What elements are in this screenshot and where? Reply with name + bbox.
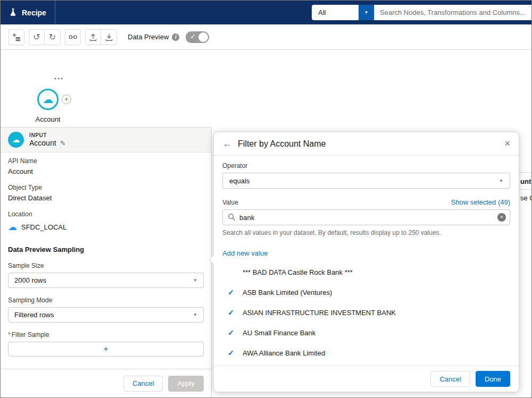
operator-select[interactable]: equals ▼	[222, 173, 510, 189]
modal-body: Operator equals ▼ Value Show selected (4…	[214, 156, 519, 366]
clear-search-icon[interactable]: ×	[497, 213, 506, 222]
chevron-down-icon: ▼	[499, 179, 503, 183]
chevron-down-icon: ▼	[193, 312, 197, 317]
location-field: Location ☁ SFDC_LOCAL	[8, 210, 204, 233]
search-input[interactable]	[374, 5, 531, 20]
data-preview-label: Data Preview	[128, 33, 169, 41]
app-title: Recipe	[22, 9, 46, 17]
sampling-heading: Data Preview Sampling	[8, 245, 204, 253]
chevron-down-icon: ▼	[193, 278, 197, 283]
modal-header: ← Filter by Account Name ×	[214, 132, 519, 156]
recipe-flask-icon	[9, 8, 17, 17]
value-row[interactable]: ✓ AU Small Finance Bank	[222, 323, 510, 343]
required-marker: *	[8, 331, 11, 338]
redo-button[interactable]: ↻	[45, 29, 61, 45]
object-type-label: Object Type	[8, 184, 204, 191]
undo-button[interactable]: ↺	[29, 29, 45, 45]
edit-pencil-icon[interactable]: ✎	[60, 139, 66, 147]
add-node-group	[9, 29, 24, 45]
node-label: Account	[21, 115, 74, 123]
panel-type-label: INPUT	[29, 132, 66, 138]
add-new-value-link[interactable]: Add new value	[222, 249, 268, 257]
sampling-mode-value: Filtered rows	[14, 311, 54, 319]
add-filter-button[interactable]: +	[8, 342, 204, 357]
value-label: Value	[222, 199, 238, 206]
back-icon[interactable]: ←	[222, 138, 232, 149]
operator-value: equals	[229, 177, 250, 185]
node-menu-trigger[interactable]: ...	[54, 72, 64, 81]
value-row-label: *** BAD DATA Castle Rock Bank ***	[243, 268, 353, 276]
api-name-label: API Name	[8, 157, 204, 165]
modal-title: Filter by Account Name	[238, 139, 326, 149]
panel-cancel-button[interactable]: Cancel	[123, 376, 163, 392]
object-type-value: Direct Dataset	[8, 194, 204, 202]
data-preview-toggle[interactable]: ✓	[186, 31, 209, 43]
value-row[interactable]: ✓ *** BAD DATA Castle Rock Bank ***	[222, 262, 510, 282]
import-export-group	[85, 29, 117, 45]
table-gridline	[519, 172, 531, 173]
filter-sample-label-row: *Filter Sample	[8, 331, 204, 338]
dataset-cloud-icon: ☁	[8, 222, 17, 233]
input-node-panel: ☁ INPUT Account ✎ API Name Account Objec…	[1, 127, 212, 397]
toggle-check-icon: ✓	[190, 32, 196, 40]
chevron-down-icon[interactable]: ▼	[359, 5, 374, 20]
table-gridline	[519, 189, 531, 190]
search-helper-text: Search all values in your dataset. By de…	[222, 229, 510, 236]
value-search: ×	[222, 209, 510, 225]
operator-label: Operator	[222, 162, 510, 170]
location-label: Location	[8, 210, 204, 218]
location-value: SFDC_LOCAL	[21, 223, 66, 231]
sampling-mode-label: Sampling Mode	[8, 297, 204, 304]
sample-size-select[interactable]: 2000 rows ▼	[8, 273, 204, 288]
value-row[interactable]: ✓ ASB Bank Limited (Ventures)	[222, 282, 510, 302]
sample-size-label: Sample Size	[8, 262, 204, 269]
search-scope-value: All	[312, 9, 359, 16]
sample-size-value: 2000 rows	[14, 276, 46, 284]
value-row[interactable]: ✓ AWA Alliance Bank Limited	[222, 343, 510, 363]
filter-sample-label: Filter Sample	[12, 331, 49, 338]
value-list: ✓ *** BAD DATA Castle Rock Bank *** ✓ AS…	[222, 262, 510, 363]
input-node-account[interactable]: ☁	[37, 89, 59, 110]
panel-apply-button[interactable]: Apply	[168, 376, 204, 392]
close-icon[interactable]: ×	[504, 138, 510, 149]
modal-done-button[interactable]: Done	[476, 371, 510, 387]
show-selected-link[interactable]: Show selected (49)	[451, 198, 510, 206]
cloud-icon: ☁	[43, 93, 53, 106]
info-icon[interactable]: i	[172, 33, 179, 41]
modal-cancel-button[interactable]: Cancel	[430, 371, 470, 387]
check-icon: ✓	[227, 328, 235, 337]
value-row-label: ASB Bank Limited (Ventures)	[243, 289, 332, 297]
value-row-label: AWA Alliance Bank Limited	[243, 349, 325, 357]
upload-button[interactable]	[85, 29, 101, 45]
download-button[interactable]	[101, 29, 117, 45]
table-cell-fragment: se Cu	[520, 194, 532, 202]
input-cloud-icon: ☁	[8, 132, 24, 148]
check-icon: ✓	[227, 349, 235, 357]
panel-title: Account	[29, 139, 56, 147]
table-header-fragment: unt T	[520, 177, 532, 185]
value-row-label: ASIAN INFRASTRUCTURE INVESTMENT BANK	[243, 309, 396, 317]
value-row[interactable]: ✓ ASIAN INFRASTRUCTURE INVESTMENT BANK	[222, 302, 510, 323]
object-type-field: Object Type Direct Dataset	[8, 184, 204, 202]
panel-body: API Name Account Object Type Direct Data…	[1, 153, 211, 357]
app-brand: Recipe	[1, 1, 55, 24]
panel-header: ☁ INPUT Account ✎	[1, 128, 211, 153]
add-node-button[interactable]	[9, 29, 24, 45]
flow-button[interactable]	[65, 29, 81, 45]
filter-modal: ← Filter by Account Name × Operator equa…	[213, 132, 519, 392]
sampling-mode-select[interactable]: Filtered rows ▼	[8, 307, 204, 323]
value-row-label: AU Small Finance Bank	[243, 329, 315, 337]
modal-footer: Cancel Done	[214, 366, 519, 392]
search-scope-select[interactable]: All ▼	[312, 5, 374, 20]
check-icon: ✓	[227, 288, 235, 297]
undo-redo-group: ↺ ↻	[29, 29, 61, 45]
check-icon: ✓	[227, 308, 235, 317]
add-next-node-button[interactable]: +	[62, 95, 71, 104]
toggle-knob	[198, 32, 208, 42]
value-search-input[interactable]	[222, 209, 510, 225]
global-search: All ▼	[312, 5, 531, 20]
api-name-field: API Name Account	[8, 157, 204, 175]
navbar: Recipe All ▼	[1, 1, 531, 24]
app-window: Recipe All ▼ ↺ ↻	[0, 0, 532, 398]
panel-footer: Cancel Apply	[1, 369, 211, 397]
